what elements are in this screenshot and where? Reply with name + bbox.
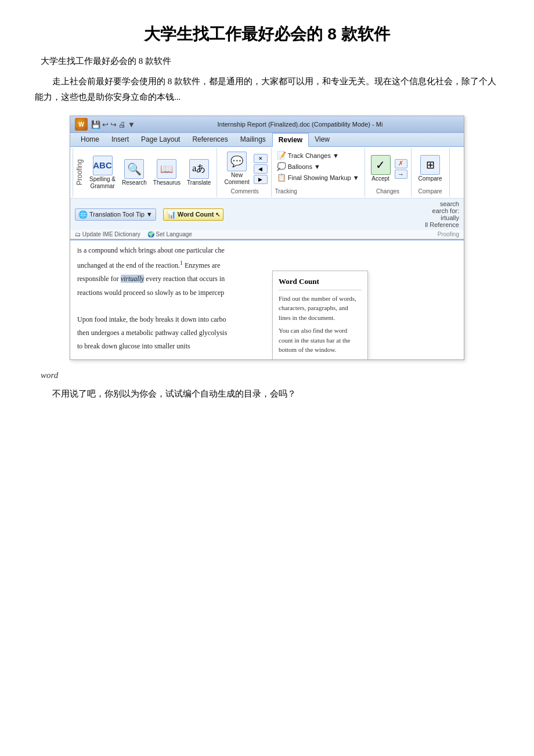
ribbon: Proofing ABC Spelling &Grammar 🔍 Researc… (70, 147, 464, 240)
dropdown-icon[interactable]: ▼ (128, 120, 135, 129)
research-button[interactable]: 🔍 Research (120, 158, 149, 188)
cursor-icon: ↖ (215, 211, 220, 218)
tab-references[interactable]: References (186, 133, 234, 146)
spelling-grammar-button[interactable]: ABC Spelling &Grammar (87, 154, 118, 191)
save-icon[interactable]: 💾 (91, 120, 100, 129)
tab-insert[interactable]: Insert (106, 133, 135, 146)
track-changes-label: Track Changes ▼ (288, 152, 339, 159)
final-showing-markup-button[interactable]: 📋 Final Showing Markup ▼ (275, 172, 361, 182)
track-changes-icon: 📝 (277, 151, 286, 160)
new-comment-label: NewComment (224, 172, 249, 186)
irtually-text: irtually (441, 214, 459, 221)
comments-group-label: Comments (230, 187, 258, 195)
doc-line-7: to break down glucose into smaller units (77, 341, 457, 352)
delete-comment-icon[interactable]: ✕ (254, 154, 268, 163)
ribbon-top-row: Proofing ABC Spelling &Grammar 🔍 Researc… (70, 147, 464, 199)
compare-label: Compare (418, 175, 442, 182)
tab-page-layout[interactable]: Page Layout (135, 133, 186, 146)
tracking-group-label: Tracking (275, 187, 297, 195)
ll-reference-text: ll Reference (425, 221, 459, 228)
subtitle: 大学生找工作最好必会的 8 款软件 (41, 56, 499, 67)
thesaurus-button[interactable]: 📖 Thesaurus (151, 158, 183, 188)
closing-paragraph: 不用说了吧，你别以为你会，试试编个自动生成的目录，会吗？ (35, 386, 499, 402)
translation-tooltip-label: Translation Tool Tip ▼ (89, 211, 153, 218)
new-comment-button[interactable]: 💬 NewComment (222, 150, 251, 187)
translation-tooltip-button[interactable]: 🌐 Translation Tool Tip ▼ (75, 208, 156, 221)
intro-paragraph: 走上社会前最好要学会使用的 8 款软件，都是通用的，大家都可以用，和专业无关。现… (35, 74, 499, 105)
word-count-popup-desc1: Find out the number of words, characters… (279, 294, 362, 323)
doc-line-2: unchanged at the end of the reaction.1 E… (77, 258, 457, 271)
reject-icon[interactable]: ✗ (395, 159, 407, 168)
tab-mailings[interactable]: Mailings (234, 133, 272, 146)
redo-icon[interactable]: ↪ (110, 120, 117, 129)
word-count-label: Word Count (178, 211, 214, 218)
markup-icon: 📋 (277, 173, 286, 182)
compare-button[interactable]: ⊞ Compare (416, 154, 445, 183)
page-title: 大学生找工作最好必会的 8 款软件 (35, 23, 499, 45)
doc-line-3: responsible for virtually every reaction… (77, 273, 457, 285)
balloons-button[interactable]: 💭 Balloons ▼ (275, 161, 361, 171)
update-ime-label[interactable]: 🗂 Update IME Dictionary (75, 231, 140, 237)
research-label: Research (122, 179, 147, 186)
word-count-popup-desc2: You can also find the word count in the … (279, 326, 362, 355)
compare-group-label: Compare (418, 187, 442, 195)
balloons-icon: 💭 (277, 162, 286, 171)
word-count-popup-title: Word Count (279, 276, 362, 290)
doc-line-4: reactions would proceed so slowly as to … (77, 287, 457, 298)
track-changes-button[interactable]: 📝 Track Changes ▼ (275, 150, 361, 160)
word-count-button[interactable]: 📊 Word Count ↖ (163, 208, 224, 221)
translate-label: Translate (187, 179, 211, 186)
word-count-icon: 📊 (167, 210, 176, 219)
ribbon-tabs: Home Insert Page Layout References Maili… (70, 133, 464, 147)
word-screenshot: W 💾 ↩ ↪ 🖨 ▼ Internship Report (Finalized… (70, 116, 464, 360)
word-label: word (41, 370, 499, 380)
balloons-label: Balloons ▼ (288, 163, 320, 170)
spelling-grammar-label: Spelling &Grammar (89, 176, 116, 190)
ribbon-bottom-strip: 🌐 Translation Tool Tip ▼ 📊 Word Count ↖ … (70, 199, 464, 230)
changes-group-label: Changes (376, 187, 399, 195)
doc-line-1: is a compound which brings about one par… (77, 245, 457, 256)
print-icon[interactable]: 🖨 (118, 120, 126, 129)
final-showing-markup-label: Final Showing Markup (288, 174, 351, 181)
accept-label: Accept (371, 175, 389, 182)
quick-access-toolbar: 💾 ↩ ↪ 🖨 ▼ (91, 120, 135, 129)
undo-icon[interactable]: ↩ (102, 120, 109, 129)
thesaurus-label: Thesaurus (153, 179, 181, 186)
set-language-label[interactable]: 🌍 Set Language (147, 231, 192, 237)
ribbon-sub-row: 🗂 Update IME Dictionary 🌍 Set Language P… (70, 230, 464, 239)
translate-button[interactable]: aあ Translate (185, 158, 213, 188)
doc-line-5: Upon food intake, the body breaks it dow… (77, 314, 457, 325)
prev-comment-icon[interactable]: ◀ (254, 164, 268, 174)
search-for-label: earch for: (432, 207, 459, 214)
word-titlebar: W 💾 ↩ ↪ 🖨 ▼ Internship Report (Finalized… (70, 116, 464, 133)
tab-home[interactable]: Home (75, 133, 106, 146)
tab-view[interactable]: View (309, 133, 336, 146)
highlighted-word: virtually (121, 275, 145, 283)
proofing-vertical-label: Proofing (73, 148, 84, 197)
prev-change-icon[interactable]: → (395, 170, 407, 179)
markup-dropdown-icon[interactable]: ▼ (353, 174, 359, 181)
accept-button[interactable]: ✓ Accept (369, 154, 393, 183)
word-content: is a compound which brings about one par… (70, 240, 464, 359)
window-title: Internship Report (Finalized).doc (Compa… (141, 121, 459, 128)
office-logo: W (75, 118, 88, 131)
doc-line-6: then undergoes a metabolic pathway calle… (77, 327, 457, 339)
search-panel-partial: search earch for: irtually ll Reference (425, 200, 459, 228)
proofing-bottom-label: Proofing (438, 231, 459, 237)
translation-icon: 🌐 (78, 210, 88, 219)
search-label: search (440, 200, 459, 207)
tab-review[interactable]: Review (272, 133, 309, 147)
word-count-popup: Word Count Find out the number of words,… (272, 271, 368, 359)
next-comment-icon[interactable]: ▶ (254, 175, 268, 184)
